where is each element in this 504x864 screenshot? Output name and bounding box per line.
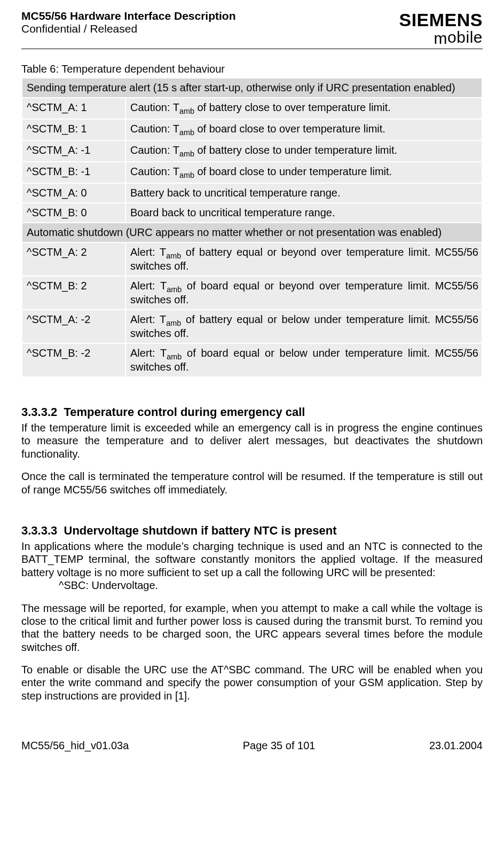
table-row: ^SCTM_A: -1 Caution: Tamb of battery clo… [22,140,482,162]
cell-desc: Caution: Tamb of board close to over tem… [125,119,482,140]
cell-code: ^SCTM_B: 1 [22,119,125,140]
cell-code: ^SCTM_A: 1 [22,98,125,119]
cell-desc-sub: amb [167,352,182,361]
cell-desc-a: Caution: T [130,123,179,135]
cell-code: ^SCTM_B: -1 [22,162,125,183]
cell-desc-b: of battery close to over temperature lim… [194,101,391,113]
cell-desc-a: Alert: T [130,246,166,258]
cell-desc: Caution: Tamb of battery close to under … [125,140,482,162]
logo-bottom: mobile [399,28,483,48]
doc-subtitle: Confidential / Released [21,22,235,35]
table-row: ^SCTM_B: 0 Board back to uncritical temp… [22,203,482,223]
cell-desc-b: of board equal or beyond over temperatur… [130,280,478,305]
cell-code: ^SCTM_A: 2 [22,242,125,276]
cell-desc-sub: amb [179,171,194,179]
footer-right: 23.01.2004 [429,740,483,752]
cell-desc-b: of board close to over temperature limit… [194,123,385,135]
table-row: ^SCTM_B: -2 Alert: Tamb of board equal o… [22,343,482,377]
cell-desc-b: of battery equal or beyond over temperat… [130,246,478,272]
paragraph: The message will be reported, for exampl… [21,602,483,654]
cell-desc-a: Alert: T [130,313,166,325]
table-row: ^SCTM_A: -2 Alert: Tamb of battery equal… [22,310,482,343]
cell-desc-b: of battery equal or below under temperat… [130,313,478,339]
paragraph: Once the call is terminated the temperat… [21,470,483,496]
cell-desc-sub: amb [166,252,181,260]
cell-desc-a: Caution: T [130,166,179,177]
cell-desc-a: Caution: T [130,144,179,156]
cell-desc: Battery back to uncritical temperature r… [125,183,482,203]
cell-code: ^SCTM_B: 0 [22,203,125,223]
cell-desc-a: Alert: T [130,280,167,292]
cell-code: ^SCTM_A: -2 [22,310,125,343]
header-divider [21,49,483,49]
footer-center: Page 35 of 101 [243,740,316,752]
cell-code: ^SCTM_B: 2 [22,276,125,310]
logo-top: SIEMENS [399,10,483,30]
cell-desc-sub: amb [179,128,194,137]
cell-desc: Caution: Tamb of board close to under te… [125,162,482,183]
siemens-logo: SIEMENS mobile [399,10,483,48]
cell-desc: Board back to uncritical temperature ran… [125,203,482,223]
section-number: 3.3.3.3 [21,524,57,537]
table-row: ^SCTM_B: 2 Alert: Tamb of board equal or… [22,276,482,310]
section-title: Temperature control during emergency cal… [64,405,305,419]
table-row: ^SCTM_B: -1 Caution: Tamb of board close… [22,162,482,183]
cell-desc-sub: amb [166,319,181,327]
section-number: 3.3.3.2 [21,405,57,419]
table-caption: Table 6: Temperature dependent behaviour [21,63,483,75]
paragraph: If the temperature limit is exceeded whi… [21,421,483,460]
cell-desc-a: Battery back to uncritical temperature r… [130,187,341,199]
cell-desc-a: Caution: T [130,101,179,113]
table-row: ^SCTM_B: 1 Caution: Tamb of board close … [22,119,482,140]
table-section-header: Sending temperature alert (15 s after st… [22,78,482,98]
doc-title: MC55/56 Hardware Interface Description [21,10,235,22]
cell-desc-b: of battery close to under temperature li… [194,144,397,156]
table-row: ^SCTM_A: 1 Caution: Tamb of battery clos… [22,98,482,119]
table-row: ^SCTM_A: 0 Battery back to uncritical te… [22,183,482,203]
logo-m-glyph: m [434,29,448,47]
urc-code-line: ^SBC: Undervoltage. [59,579,483,592]
cell-desc-sub: amb [179,107,194,115]
paragraph: In applications where the module’s charg… [21,540,483,592]
cell-desc-sub: amb [167,285,182,294]
paragraph: To enable or disable the URC use the AT^… [21,663,483,702]
cell-desc: Alert: Tamb of board equal or below unde… [125,343,482,377]
page-footer: MC55/56_hid_v01.03a Page 35 of 101 23.01… [21,740,483,752]
footer-left: MC55/56_hid_v01.03a [21,740,129,752]
section-heading-3333: 3.3.3.3 Undervoltage shutdown if battery… [21,524,483,538]
cell-code: ^SCTM_B: -2 [22,343,125,377]
table-row: ^SCTM_A: 2 Alert: Tamb of battery equal … [22,242,482,276]
section-title: Undervoltage shutdown if battery NTC is … [64,524,337,537]
cell-desc-b: of board close to under temperature limi… [194,166,392,177]
cell-desc-a: Board back to uncritical temperature ran… [130,207,335,218]
table-section-header: Automatic shutdown (URC appears no matte… [22,223,482,242]
cell-desc: Alert: Tamb of board equal or beyond ove… [125,276,482,310]
cell-desc: Caution: Tamb of battery close to over t… [125,98,482,119]
paragraph-text: In applications where the module’s charg… [21,540,483,578]
cell-desc: Alert: Tamb of battery equal or beyond o… [125,242,482,276]
cell-desc-sub: amb [179,150,194,158]
logo-mobile-rest: obile [447,28,483,46]
cell-desc: Alert: Tamb of battery equal or below un… [125,310,482,343]
temperature-behaviour-table: Sending temperature alert (15 s after st… [21,77,483,378]
cell-code: ^SCTM_A: 0 [22,183,125,203]
cell-desc-b: of board equal or below under temperatur… [130,347,478,373]
cell-code: ^SCTM_A: -1 [22,140,125,162]
cell-desc-a: Alert: T [130,347,167,359]
section-heading-3332: 3.3.3.2 Temperature control during emerg… [21,405,483,419]
